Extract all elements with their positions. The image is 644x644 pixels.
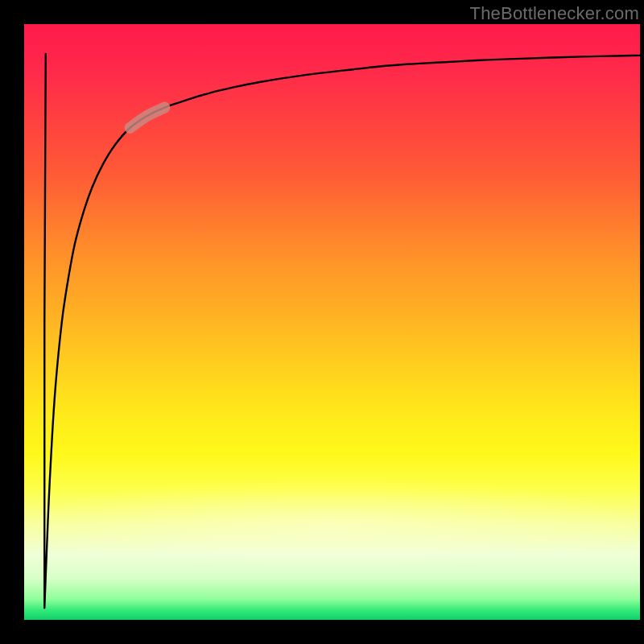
chart-stage: TheBottlenecker.com: [0, 0, 644, 644]
curve-layer: [24, 24, 640, 620]
watermark-text: TheBottlenecker.com: [470, 3, 639, 24]
curve-highlight: [130, 108, 165, 128]
curve-path: [44, 54, 640, 608]
